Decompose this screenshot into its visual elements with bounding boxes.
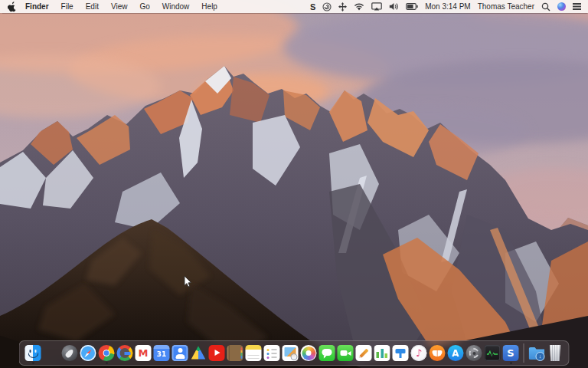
- move-status-icon[interactable]: [338, 0, 347, 13]
- siri-icon: [44, 345, 60, 361]
- spiral-glyph: [322, 2, 332, 12]
- itunes-icon: ♪: [411, 345, 427, 361]
- downloads-icon: [529, 345, 545, 361]
- siri-icon[interactable]: [557, 0, 566, 13]
- notification-center-icon[interactable]: [573, 0, 581, 13]
- reminders-icon: [264, 345, 280, 361]
- menu-help[interactable]: Help: [195, 0, 224, 13]
- dock: M31♪AS: [19, 340, 570, 366]
- numbers-icon: [374, 345, 390, 361]
- desktop: Finder FileEditViewGoWindowHelp S: [0, 0, 588, 368]
- dock-item-contacts[interactable]: [227, 345, 243, 361]
- menu-file[interactable]: File: [55, 0, 80, 13]
- display-glyph: [371, 2, 382, 11]
- messages-icon: [319, 345, 335, 361]
- dock-item-activity-monitor[interactable]: [485, 345, 501, 361]
- menu-bar-left: Finder FileEditViewGoWindowHelp: [0, 0, 224, 13]
- google-calendar-glyph: 31: [154, 345, 170, 361]
- pages-icon: [356, 345, 372, 361]
- dock-item-google[interactable]: [117, 345, 133, 361]
- menu-bar: Finder FileEditViewGoWindowHelp S: [0, 0, 588, 13]
- battery-icon[interactable]: [406, 0, 418, 13]
- dock-item-youtube[interactable]: [209, 345, 225, 361]
- volume-glyph: [389, 2, 399, 11]
- app-store-icon: A: [448, 345, 464, 361]
- google-calendar-icon: 31: [154, 345, 170, 361]
- s-app-status-icon[interactable]: S: [310, 0, 315, 13]
- dock-item-siri[interactable]: [44, 345, 60, 361]
- dock-item-trash[interactable]: [547, 345, 564, 361]
- dock-item-gmail[interactable]: M: [136, 345, 152, 361]
- dock-item-ibooks[interactable]: [430, 345, 446, 361]
- launchpad-icon: [62, 345, 78, 361]
- dock-item-safari[interactable]: [80, 345, 96, 361]
- gmail-glyph: M: [136, 345, 152, 361]
- dock-item-s-app[interactable]: S: [503, 345, 519, 361]
- contacts-icon: [227, 345, 243, 361]
- photos-icon: [301, 345, 317, 361]
- spiral-status-icon[interactable]: [322, 0, 332, 13]
- google-contacts-icon: [172, 345, 188, 361]
- dock-item-google-contacts[interactable]: [172, 345, 188, 361]
- dock-item-facetime[interactable]: [338, 345, 354, 361]
- dock-item-reminders[interactable]: [264, 345, 280, 361]
- menu-edit[interactable]: Edit: [80, 0, 105, 13]
- gmail-icon: M: [136, 345, 152, 361]
- menu-view[interactable]: View: [105, 0, 134, 13]
- dock-item-keynote[interactable]: [393, 345, 409, 361]
- apple-icon: [8, 2, 17, 12]
- menu-bar-clock[interactable]: Mon 3:14 PM: [425, 0, 470, 13]
- dock-item-notes[interactable]: [246, 345, 262, 361]
- apple-menu[interactable]: [0, 0, 24, 13]
- dock-item-app-store[interactable]: A: [448, 345, 464, 361]
- keynote-icon: [393, 345, 409, 361]
- dock-item-pages[interactable]: [356, 345, 372, 361]
- menu-window[interactable]: Window: [156, 0, 196, 13]
- spotlight-search-icon[interactable]: [541, 0, 550, 13]
- facetime-icon: [338, 345, 354, 361]
- dock-item-preview[interactable]: [283, 345, 299, 361]
- menu-items: FileEditViewGoWindowHelp: [55, 0, 224, 13]
- dock-item-finder[interactable]: [25, 345, 41, 361]
- move-glyph: [338, 2, 347, 12]
- chrome-icon: [99, 345, 115, 361]
- google-icon: [117, 345, 133, 361]
- dock-item-numbers[interactable]: [374, 345, 390, 361]
- dock-item-photos[interactable]: [301, 345, 317, 361]
- wallpaper-sierra-mountains: [0, 0, 588, 368]
- dock-separator: [524, 343, 524, 363]
- wifi-icon[interactable]: [354, 0, 364, 13]
- ibooks-icon: [430, 345, 446, 361]
- trash-icon: [547, 345, 564, 361]
- dock-item-itunes[interactable]: ♪: [411, 345, 427, 361]
- menu-go[interactable]: Go: [133, 0, 155, 13]
- app-store-glyph: A: [448, 345, 464, 361]
- wifi-glyph: [354, 2, 364, 11]
- system-preferences-icon: [466, 345, 482, 361]
- notification-center-glyph: [573, 3, 581, 10]
- dock-item-system-preferences[interactable]: [466, 345, 482, 361]
- siri-orb: [557, 2, 566, 11]
- dock-item-messages[interactable]: [319, 345, 335, 361]
- user-menu[interactable]: Thomas Teacher: [478, 0, 534, 13]
- dock-item-google-drive[interactable]: [191, 345, 207, 361]
- dock-item-launchpad[interactable]: [62, 345, 78, 361]
- volume-icon[interactable]: [389, 0, 399, 13]
- dock-item-chrome[interactable]: [99, 345, 115, 361]
- itunes-glyph: ♪: [411, 345, 427, 361]
- airplay-display-icon[interactable]: [371, 0, 382, 13]
- battery-glyph: [406, 3, 418, 10]
- dock-item-google-calendar[interactable]: 31: [154, 345, 170, 361]
- menu-bar-status-area: S: [310, 0, 588, 13]
- preview-icon: [283, 345, 299, 361]
- youtube-icon: [209, 345, 225, 361]
- finder-icon: [25, 345, 41, 361]
- safari-icon: [80, 345, 96, 361]
- dock-item-downloads[interactable]: [529, 345, 545, 361]
- notes-icon: [246, 345, 262, 361]
- search-glyph: [541, 2, 550, 12]
- google-drive-icon: [191, 345, 207, 361]
- activity-monitor-icon: [485, 345, 501, 361]
- menu-finder[interactable]: Finder: [24, 0, 55, 13]
- s-app-icon: S: [503, 345, 519, 361]
